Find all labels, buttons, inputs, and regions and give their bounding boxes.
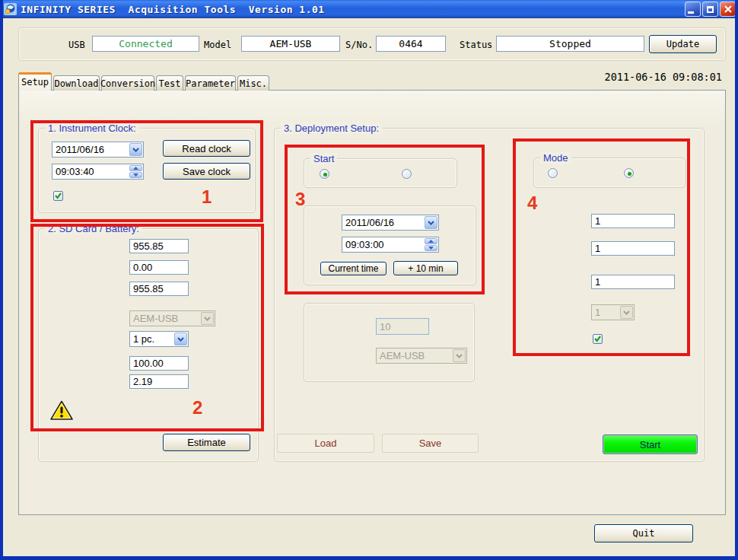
chevron-down-icon bbox=[620, 306, 633, 319]
status-label: Status bbox=[460, 40, 492, 50]
tab-parameter[interactable]: Parameter bbox=[185, 75, 236, 91]
close-icon bbox=[724, 5, 732, 13]
annotation-number-3: 3 bbox=[295, 189, 305, 210]
deploy-time-spinner[interactable]: 09:03:00 bbox=[342, 237, 439, 253]
current-time-button[interactable]: Current time bbox=[320, 262, 386, 275]
window-title: INFINITY SERIES Acquisition Tools Versio… bbox=[21, 4, 683, 15]
update-button[interactable]: Update bbox=[649, 35, 717, 53]
deployment-setup-title: 3. Deployment Setup: bbox=[281, 123, 382, 134]
sample-field[interactable]: 1 bbox=[591, 241, 675, 256]
minimize-icon bbox=[688, 11, 694, 14]
radio-continuous[interactable] bbox=[548, 168, 558, 178]
current-datetime: 2011-06-16 09:08:01 bbox=[581, 71, 722, 83]
chevron-down-icon bbox=[201, 312, 214, 325]
tab-download[interactable]: Download bbox=[53, 75, 100, 91]
buzzer-checkbox[interactable] bbox=[593, 334, 603, 344]
available-field: 955.85 bbox=[129, 282, 189, 296]
delay-time-field: 10 bbox=[376, 318, 429, 335]
instrument-clock-title: 1. Instrument Clock: bbox=[45, 123, 139, 134]
model-field: AEM-USB bbox=[241, 36, 340, 52]
check-icon bbox=[54, 192, 62, 200]
save-clock-button[interactable]: Save clock bbox=[163, 163, 250, 180]
minimize-button[interactable] bbox=[685, 2, 701, 17]
annotation-number-2: 2 bbox=[192, 397, 202, 418]
status-field: Stopped bbox=[496, 36, 644, 52]
start-button[interactable]: Start bbox=[603, 434, 698, 454]
mode-group-title: Mode bbox=[540, 152, 571, 164]
sd-battery-title: 2. SD Card / Battery: bbox=[45, 223, 142, 234]
delay-model-combobox: AEM-USB bbox=[376, 348, 467, 364]
delay-panel bbox=[304, 303, 475, 382]
deploy-date-combobox[interactable]: 2011/06/16 bbox=[342, 215, 439, 231]
spinner-up-icon[interactable] bbox=[425, 238, 437, 244]
radio-delayed[interactable] bbox=[402, 169, 412, 179]
tab-conversion[interactable]: Conversion bbox=[101, 75, 154, 91]
clock-time-spinner[interactable]: 09:03:40 bbox=[52, 164, 144, 180]
capacity-field: 955.85 bbox=[129, 239, 189, 253]
clock-date-combobox[interactable]: 2011/06/16 bbox=[52, 142, 144, 158]
sync-to-pc-checkbox[interactable] bbox=[53, 191, 63, 201]
used-field: 0.00 bbox=[129, 260, 189, 275]
app-icon bbox=[4, 3, 17, 15]
battery-combobox[interactable]: 1 pc. bbox=[129, 331, 189, 347]
interval-field[interactable]: 1 bbox=[591, 214, 675, 228]
plus-10-min-button[interactable]: + 10 min bbox=[393, 261, 458, 275]
read-clock-button[interactable]: Read clock bbox=[163, 140, 250, 157]
chevron-down-icon[interactable] bbox=[129, 143, 142, 156]
memory-time-field[interactable]: 100.00 bbox=[129, 356, 189, 371]
chevron-down-icon bbox=[453, 349, 466, 362]
serial-label: S/No. bbox=[345, 40, 373, 50]
maximize-button[interactable] bbox=[702, 2, 718, 17]
warning-icon bbox=[50, 400, 73, 423]
load-button[interactable]: Load bbox=[277, 434, 374, 453]
maximize-icon bbox=[707, 6, 714, 13]
chevron-down-icon[interactable] bbox=[174, 332, 187, 345]
tab-test[interactable]: Test bbox=[156, 75, 183, 91]
serial-field: 0464 bbox=[376, 36, 446, 52]
usb-status-field: Connected bbox=[92, 36, 199, 52]
battery-time-field[interactable]: 2.19 bbox=[129, 374, 189, 389]
spinner-up-icon[interactable] bbox=[129, 165, 142, 171]
app-window: INFINITY SERIES Acquisition Tools Versio… bbox=[0, 0, 738, 560]
spinner-down-icon[interactable] bbox=[425, 245, 437, 251]
estimate-button[interactable]: Estimate bbox=[163, 434, 250, 451]
spinner-down-icon[interactable] bbox=[129, 172, 142, 178]
radio-date-time[interactable] bbox=[320, 169, 329, 179]
usb-label: USB bbox=[68, 40, 85, 50]
model-label: Model bbox=[204, 40, 231, 50]
tab-misc[interactable]: Misc. bbox=[237, 75, 269, 91]
sd-model-combobox: AEM-USB bbox=[129, 310, 215, 326]
burst-min-field[interactable]: 1 bbox=[591, 275, 675, 289]
save-button[interactable]: Save bbox=[382, 434, 479, 453]
tab-setup[interactable]: Setup bbox=[18, 72, 52, 91]
radio-burst[interactable] bbox=[624, 168, 634, 178]
quit-button[interactable]: Quit bbox=[594, 524, 693, 542]
title-bar: INFINITY SERIES Acquisition Tools Versio… bbox=[0, 0, 738, 18]
close-button[interactable] bbox=[720, 2, 736, 17]
annotation-number-1: 1 bbox=[202, 186, 212, 208]
start-group-title: Start bbox=[310, 153, 337, 164]
check-icon bbox=[593, 335, 602, 343]
wipe-per-combobox: 1 bbox=[591, 304, 635, 320]
chevron-down-icon[interactable] bbox=[425, 216, 437, 229]
annotation-number-4: 4 bbox=[527, 192, 537, 214]
